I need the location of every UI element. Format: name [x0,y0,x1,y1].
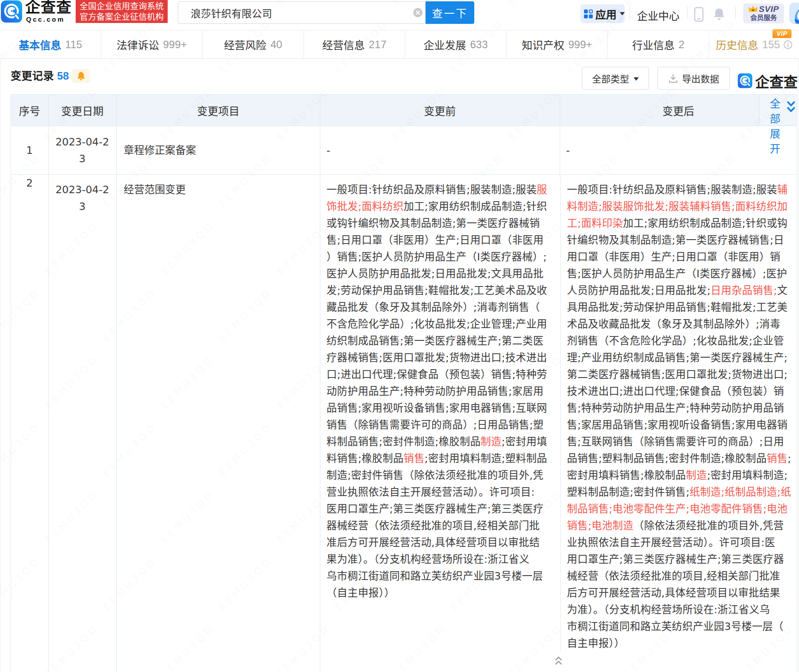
export-label: 导出数据 [682,72,719,85]
download-icon [668,74,678,83]
header-divider [735,7,736,19]
cell-date: 2023-04-23 [48,175,116,672]
clear-search-icon[interactable] [413,8,423,17]
search-value: 浪莎针织有限公司 [191,5,272,20]
text-line: 料制品销售;密封件制造;橡胶制品制造;密封用填 [327,433,553,450]
expand-all-button[interactable]: 全部展开 [759,95,797,124]
text-line: 用口罩生产;第三类医疗器械生产;第三类医疗器 [567,551,794,568]
col-header-item: 变更项目 [116,95,320,126]
enterprise-center-link[interactable]: 企业中心 [637,8,680,23]
info-icon[interactable] [784,40,792,49]
tab-经营信息[interactable]: 经营信息217 [304,31,405,58]
tab-count: 999+ [163,38,187,51]
cell-item: 章程修正案备案 [116,126,320,175]
expand-all-label: 全部展开 [770,96,781,157]
text-line: 制品销售;电池零配件生产;电池零配件销售;电池 [567,500,794,517]
cell-after: 一般项目:针纺织品及原料销售;服装制造;服装辅料制造;服装服饰批发;服装辅料销售… [560,175,797,652]
tab-label: 企业发展 [423,37,466,52]
tab-label: 基本信息 [19,37,61,52]
tab-label: 经营风险 [224,37,266,52]
header-divider [630,7,630,19]
export-data-button[interactable]: 导出数据 [657,67,730,90]
text-line: 料制造;服装服饰批发;服装辅料销售;面料纺织加 [567,198,794,215]
tab-经营风险[interactable]: 经营风险40 [203,31,304,58]
text-line: 售;互联网销售（除销售需要许可的商品）;日用 [567,433,794,450]
text-line: 疗器械销售;医用口罩批发;货物进出口;技术进出 [327,349,553,366]
search-input[interactable]: 浪莎针织有限公司 [178,1,426,24]
tab-知识产权[interactable]: 知识产权999+ [507,31,608,58]
brand-domain: Qcc.com [26,15,65,23]
text-line: 一般项目:针纺织品及原料销售;服装制造;服装辅 [567,181,794,198]
vip-badge: VIP [772,29,791,38]
tab-基本信息[interactable]: 基本信息115 [0,31,101,58]
text-line: 医护人员防护用品批发;日用品批发;文具用品批 [327,265,553,282]
text-line: 市稠江街道同和路立芙纺织产业园3号楼一层（ [567,618,794,635]
apps-grid-icon [584,9,593,19]
double-chevron-up-icon [555,656,562,665]
text-line: - [327,142,553,159]
text-line: 人员防护用品批发;日用品批发;日用杂品销售;文 [567,282,794,299]
caret-down-icon [634,77,639,81]
gov-badge-line2: 官方备案企业征信机构 [76,12,168,23]
tab-count: 633 [470,38,488,51]
qcc-logo-icon[interactable] [1,0,22,23]
text-line: 后方可开展经营活动,具体经营项目以审批结果 [567,584,794,601]
text-line: 动防护用品生产;特种劳动防护用品销售;家居用 [327,383,553,400]
text-line: 发;劳动保护用品销售;鞋帽批发;工艺美术品及收 [327,282,553,299]
cell-seq: 2 [11,175,49,672]
text-line: 藏品批发（象牙及其制品除外）;消毒剂销售（ [327,299,553,316]
text-line: 密封用填料销售;橡胶制品制造;密封用填料制造; [567,467,794,484]
tab-法律诉讼[interactable]: 法律诉讼999+ [101,31,203,58]
text-line: 技术进出口;进出口代理;保健食品（预包装）销 [567,383,794,400]
tab-count: 217 [369,38,386,51]
tab-行业信息[interactable]: 行业信息2 [608,31,709,58]
search-button[interactable]: 查一下 [426,1,474,24]
tab-label: 历史信息 [716,37,758,52]
text-line: ）销售;医护人员防护用品生产（I类医疗器械）; [327,248,553,265]
record-count: 58 [57,70,69,82]
apps-menu-button[interactable]: 应用 [580,4,625,23]
cell-item: 经营范围变更 [116,175,320,672]
table-row: 1 2023-04-23 章程修正案备案 - - [11,126,797,175]
notification-bell-icon[interactable] [714,8,725,20]
service-mascot-icon[interactable] [789,3,799,24]
text-line: 口;进出口代理;保健食品（预包装）销售;特种劳 [327,366,553,383]
text-line: 果为准）。（分支机构经营场所设在:浙江省义 [327,551,553,568]
qcc-logo-icon-small [738,73,753,88]
company-nav-tabs: 基本信息115法律诉讼999+经营风险40经营信息217企业发展633知识产权9… [0,30,799,59]
text-line: 准后方可开展经营活动,具体经营项目以审批结 [327,534,553,551]
crown-icon [748,5,758,13]
text-line: 不含危险化学品）;化妆品批发;企业管理;产业用 [327,316,553,332]
text-line: 品销售;塑料制品销售;密封件制造;橡胶制品销售; [567,450,794,467]
top-header: 企查查 Qcc.com 全国企业信用查询系统 官方备案企业征信机构 浪莎针织有限… [0,0,799,30]
double-chevron-down-icon [787,100,795,115]
text-line: 售;日用口罩（非医用）生产;日用口罩（非医用 [327,232,553,248]
cell-seq: 1 [11,126,49,175]
text-line: 纺织制成品销售;第一类医疗器械生产;第二类医 [327,332,553,349]
tab-count: 2 [679,38,684,51]
section-title: 变更记录58 [11,67,69,85]
svip-member-button[interactable]: SVIP 会员服务 [743,4,784,23]
text-line: 销售;电池制造（除依法须经批准的项目外,凭营 [567,517,794,534]
tab-label: 行业信息 [632,37,675,52]
text-line: 工;面料印染加工;家用纺织制成品制造;针织或钩 [567,215,794,232]
text-line: 第二类医疗器械销售;医用口罩批发;货物进出口; [567,366,794,383]
tab-label: 知识产权 [522,37,564,52]
table-header-row: 序号 变更日期 变更项目 变更前 变更后 [11,95,797,126]
tab-企业发展[interactable]: 企业发展633 [405,31,507,58]
collapse-row-button[interactable] [320,656,797,665]
tab-历史信息[interactable]: 历史信息155VIP [709,31,799,58]
svip-label: SVIP [759,4,779,14]
apps-label: 应用 [595,6,617,22]
mobile-app-icon[interactable] [694,7,703,22]
type-filter-dropdown[interactable]: 全部类型 [582,67,649,90]
text-line: 器械经营（依法须经批准的项目,经相关部门批 [327,517,553,534]
bell-icon [77,72,85,80]
cell-after: - [560,126,797,175]
text-line: 饰批发;面料纺织加工;家用纺织制成品制造;针织 [327,198,553,215]
type-filter-label: 全部类型 [592,72,629,85]
subscribe-bell-button[interactable] [72,69,90,83]
brand-name[interactable]: 企查查 [25,0,72,15]
tab-label: 法律诉讼 [116,37,159,52]
text-line: 料销售;橡胶制品销售;密封用填料制造;塑料制品 [327,450,553,467]
